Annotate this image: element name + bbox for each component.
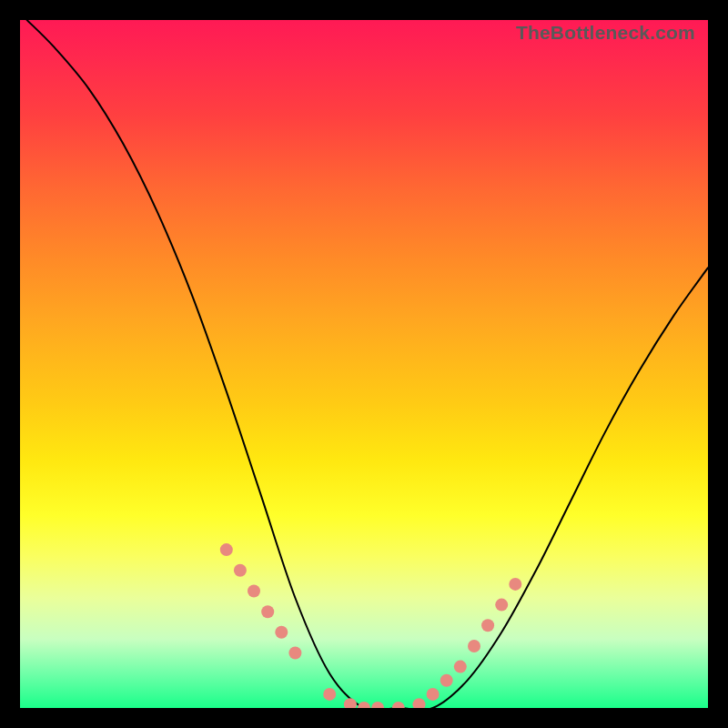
- chart-frame: TheBottleneck.com: [0, 0, 728, 728]
- curve-marker: [358, 702, 370, 708]
- curve-marker: [495, 599, 508, 612]
- curve-marker: [440, 674, 453, 687]
- curve-marker: [468, 640, 480, 652]
- curve-marker: [288, 647, 301, 660]
- curve-svg: [20, 20, 708, 708]
- curve-markers: [220, 543, 522, 708]
- curve-marker: [344, 698, 357, 708]
- curve-marker: [481, 619, 494, 632]
- curve-marker: [392, 702, 405, 708]
- curve-marker: [261, 605, 274, 618]
- curve-marker: [427, 688, 440, 701]
- curve-marker: [371, 702, 384, 708]
- curve-marker: [413, 698, 426, 708]
- plot-area: TheBottleneck.com: [20, 20, 708, 708]
- curve-marker: [275, 626, 288, 639]
- curve-marker: [509, 578, 521, 591]
- curve-marker: [248, 585, 260, 598]
- curve-marker: [220, 543, 233, 556]
- curve-marker: [323, 688, 336, 701]
- curve-marker: [234, 564, 247, 577]
- curve-marker: [454, 661, 467, 673]
- bottleneck-curve: [27, 20, 708, 708]
